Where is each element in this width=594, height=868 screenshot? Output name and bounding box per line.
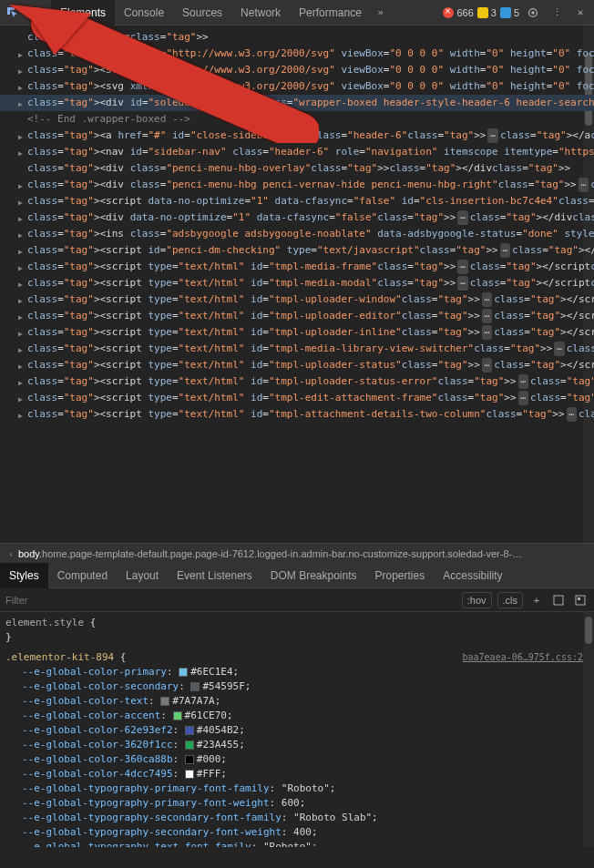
more-menu-icon[interactable]: ⋮ [547,3,567,23]
device-toolbar-icon[interactable] [26,0,51,26]
css-declaration[interactable]: --e-global-typography-primary-font-weigh… [5,796,589,811]
dom-node[interactable]: class="tag"><div class="penci-menu-hbg p… [0,177,594,193]
color-swatch[interactable] [190,682,200,691]
dom-node[interactable]: class="tag"><nav id="sidebar-nav" class=… [0,144,594,160]
tab-computed[interactable]: Computed [48,563,117,588]
tab-event-listeners[interactable]: Event Listeners [168,563,261,588]
dom-tree-panel[interactable]: class="tag"></svgclass="tag">>class="tag… [0,26,594,543]
expand-icon[interactable] [18,326,26,333]
dom-node[interactable]: class="tag"><script type="text/html" id=… [0,406,594,423]
dom-node[interactable]: class="tag"><script type="text/html" id=… [0,324,594,341]
error-count-badge[interactable]: 666 [443,7,473,18]
dom-node[interactable]: class="tag"><svg xmlns="http://www.w3.or… [0,62,594,78]
rendering-icon[interactable] [572,592,589,608]
expand-icon[interactable] [18,310,26,317]
dom-node[interactable]: class="tag"><svg xmlns="http://www.w3.or… [0,46,594,62]
expand-icon[interactable] [18,47,26,55]
tab-styles[interactable]: Styles [0,563,48,588]
dom-node[interactable]: class="tag"><svg xmlns="http://www.w3.or… [0,78,594,95]
dom-node[interactable]: class="tag"><script type="text/html" id=… [0,390,594,406]
dom-node[interactable]: class="tag"><a href="#" id="close-sideba… [0,128,594,144]
tab-dom-breakpoints[interactable]: DOM Breakpoints [261,563,366,588]
css-declaration[interactable]: --e-global-typography-secondary-font-wei… [5,825,589,840]
expand-icon[interactable] [18,195,26,202]
breadcrumb-path[interactable]: body.home.page-template-default.page.pag… [18,548,522,559]
expand-icon[interactable] [18,64,26,71]
dom-node[interactable]: class="tag"><div class="penci-menu-hbg-o… [0,160,594,177]
source-link[interactable]: baa7eaea-06…975f.css:20 [463,650,589,665]
dom-node[interactable]: class="tag"><script type="text/html" id=… [0,259,594,275]
breadcrumb-left-icon[interactable]: ‹ [4,548,18,559]
cls-toggle[interactable]: .cls [497,592,524,608]
dom-node[interactable]: class="tag"><div id="soledad_wrapper" cl… [0,95,594,111]
expand-icon[interactable] [18,179,26,186]
inspect-element-icon[interactable] [0,0,26,26]
tab-elements[interactable]: Elements [51,0,115,26]
color-swatch[interactable] [173,711,182,720]
tab-console[interactable]: Console [115,0,173,26]
css-declaration[interactable]: --e-global-color-3620f1cc: #23A455; [5,738,589,752]
rule-selector[interactable]: baa7eaea-06…975f.css:20.elementor-kit-89… [5,650,589,665]
dom-node[interactable]: class="tag"><script type="text/html" id=… [0,275,594,291]
computed-sidebar-icon[interactable] [550,592,567,608]
expand-icon[interactable] [18,392,26,399]
settings-icon[interactable] [523,3,543,23]
css-declaration[interactable]: --e-global-typography-secondary-font-fam… [5,811,589,825]
new-style-rule-icon[interactable]: + [528,592,545,608]
css-declaration[interactable]: --e-global-color-62e93ef2: #4054B2; [5,723,589,738]
expand-icon[interactable] [18,211,26,219]
dom-node[interactable]: class="tag"><script type="text/html" id=… [0,291,594,308]
dom-node[interactable]: class="tag"><script type="text/html" id=… [0,341,594,357]
tab-layout[interactable]: Layout [117,563,168,588]
element-style-selector[interactable]: element.style { [5,616,589,630]
expand-icon[interactable] [18,408,26,415]
color-swatch[interactable] [185,740,194,750]
tab-sources[interactable]: Sources [173,0,231,26]
dom-node[interactable]: class="tag"><script type="text/html" id=… [0,373,594,390]
close-devtools-icon[interactable]: ✕ [570,3,590,23]
tab-network[interactable]: Network [231,0,290,26]
tab-accessibility[interactable]: Accessibility [434,563,511,588]
styles-panel[interactable]: element.style {}baa7eaea-06…975f.css:20.… [0,612,594,847]
dom-node[interactable]: class="tag"><script id="penci-dm-checkin… [0,242,594,259]
css-declaration[interactable]: --e-global-color-4dcc7495: #FFF; [5,767,589,781]
css-declaration[interactable]: --e-global-typography-primary-font-famil… [5,781,589,796]
css-declaration[interactable]: --e-global-color-accent: #61CE70; [5,709,589,723]
tab-performance[interactable]: Performance [290,0,371,26]
css-declaration[interactable]: --e-global-color-text: #7A7A7A; [5,694,589,709]
dom-node[interactable]: class="tag"><script data-no-optimize="1"… [0,193,594,209]
expand-icon[interactable] [18,277,26,284]
expand-icon[interactable] [18,129,26,137]
dom-node[interactable]: <!-- End .wrapper-boxed --> [0,111,594,128]
dom-node[interactable]: class="tag"><script type="text/html" id=… [0,357,594,373]
color-swatch[interactable] [160,697,169,706]
styles-filter-input[interactable] [5,595,462,606]
expand-icon[interactable] [18,375,26,383]
color-swatch[interactable] [185,770,194,779]
expand-icon[interactable] [18,80,26,87]
css-declaration[interactable]: --e-global-color-primary: #6EC1E4; [5,665,589,679]
styles-scrollbar[interactable] [583,612,594,847]
expand-icon[interactable] [18,260,26,268]
info-count-badge[interactable]: 5 [500,7,519,18]
dom-node[interactable]: class="tag"><script type="text/html" id=… [0,308,594,324]
dom-node[interactable]: class="tag"></svgclass="tag">> [0,29,594,46]
expand-icon[interactable] [18,359,26,366]
expand-icon[interactable] [18,97,26,104]
color-swatch[interactable] [179,668,188,677]
expand-icon[interactable] [18,293,26,301]
color-swatch[interactable] [185,726,194,735]
hov-toggle[interactable]: :hov [462,592,492,608]
color-swatch[interactable] [185,755,194,764]
tab-properties[interactable]: Properties [366,563,435,588]
dom-node[interactable]: class="tag"><div data-no-optimize="1" da… [0,209,594,226]
css-declaration[interactable]: --e-global-typography-text-font-family: … [5,840,589,847]
tabs-overflow[interactable]: » [371,3,391,23]
expand-icon[interactable] [18,146,26,153]
expand-icon[interactable] [18,228,26,235]
css-declaration[interactable]: --e-global-color-secondary: #54595F; [5,679,589,694]
expand-icon[interactable] [18,342,26,350]
dom-node[interactable]: class="tag"><ins class="adsbygoogle adsb… [0,226,594,242]
warning-count-badge[interactable]: 3 [477,7,497,18]
expand-icon[interactable] [18,244,26,251]
